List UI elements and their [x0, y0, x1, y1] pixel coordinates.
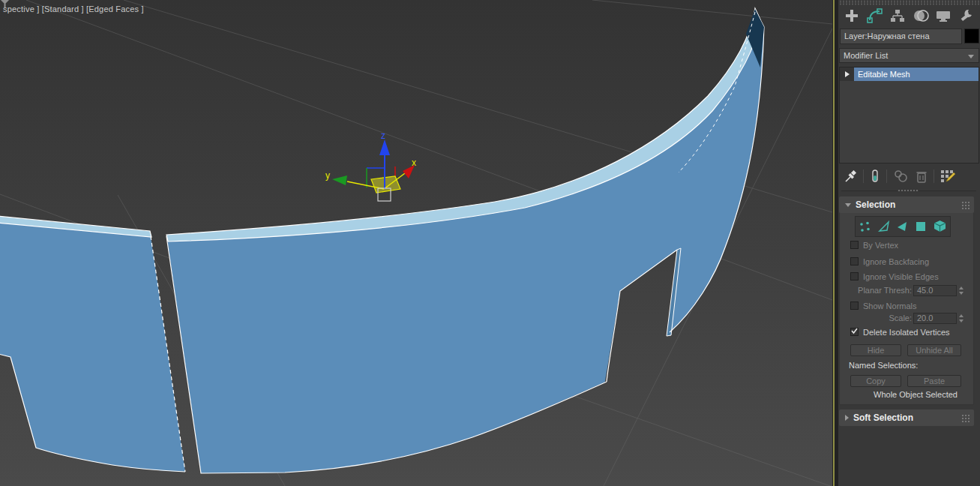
- scale-input[interactable]: 20.0: [913, 313, 957, 324]
- tab-display[interactable]: [934, 7, 953, 25]
- pin-stack-icon[interactable]: [844, 170, 857, 183]
- toolbar-divider: [934, 170, 934, 183]
- plus-icon: [844, 8, 859, 23]
- edge-mode-icon[interactable]: [877, 220, 891, 233]
- checkbox-label: Ignore Backfacing: [863, 257, 929, 266]
- modifier-stack[interactable]: Editable Mesh: [839, 67, 979, 164]
- checkbox-box[interactable]: [850, 302, 859, 310]
- active-viewport-border: [833, 0, 835, 486]
- rollout-grip-icon[interactable]: [961, 201, 970, 209]
- checkmark-icon: [850, 327, 859, 335]
- checkbox-ignore-backfacing[interactable]: Ignore Backfacing: [850, 256, 929, 266]
- perspective-viewport[interactable]: x y z spective ] [Standard ] [Edged Face…: [0, 0, 832, 486]
- named-selections-label: Named Selections:: [849, 361, 918, 370]
- hide-button[interactable]: Hide: [850, 344, 901, 356]
- modifier-list-label: Modifier List: [844, 51, 888, 60]
- element-mode-icon[interactable]: [933, 220, 947, 233]
- polygon-mode-icon[interactable]: [915, 220, 927, 232]
- checkbox-label: Delete Isolated Vertices: [863, 328, 950, 337]
- subobject-mode-bar: [855, 216, 951, 237]
- checkbox-label: Show Normals: [863, 302, 917, 310]
- spinner-label: Scale:: [850, 314, 912, 322]
- object-color-swatch[interactable]: [964, 28, 979, 44]
- vertex-mode-icon[interactable]: [859, 220, 871, 233]
- wrench-icon: [959, 8, 974, 23]
- rollout-grip-icon[interactable]: [961, 414, 970, 422]
- selection-rollout-header[interactable]: Selection: [839, 196, 974, 213]
- planar-thresh-input[interactable]: 45.0: [913, 285, 957, 296]
- tab-modify[interactable]: [865, 7, 885, 25]
- tab-hierarchy[interactable]: [888, 7, 907, 25]
- spinner-label: Planar Thresh:: [850, 286, 912, 295]
- stack-toolbar: [838, 166, 980, 186]
- checkbox-box[interactable]: [850, 241, 859, 249]
- checkbox-box[interactable]: [850, 257, 859, 266]
- separator-grip[interactable]: [898, 189, 919, 193]
- selection-status-text: Whole Object Selected: [839, 390, 974, 399]
- panel-drag-handle[interactable]: [838, 0, 980, 5]
- configure-modifier-sets-icon[interactable]: [940, 170, 955, 183]
- unhide-all-button[interactable]: Unhide All: [907, 344, 961, 356]
- tab-create[interactable]: [842, 7, 862, 25]
- stack-expand-button[interactable]: [840, 68, 854, 81]
- 3ds-max-window: x y z spective ] [Standard ] [Edged Face…: [0, 0, 980, 486]
- soft-selection-rollout-header[interactable]: Soft Selection: [839, 410, 974, 426]
- spinner-up-icon: [959, 314, 964, 317]
- copy-button[interactable]: Copy: [850, 375, 901, 387]
- modifier-list-dropdown[interactable]: Modifier List: [839, 48, 979, 63]
- checkbox-ignore-visible-edges[interactable]: Ignore Visible Edges: [850, 272, 939, 281]
- checkbox-box[interactable]: [850, 272, 859, 280]
- spinner-arrows[interactable]: [958, 286, 965, 296]
- command-panel: Layer:Наружная стена Modifier List Edita…: [838, 0, 980, 486]
- spinner-down-icon: [959, 320, 964, 322]
- make-unique-icon[interactable]: [893, 170, 910, 183]
- rollout-title: Soft Selection: [853, 412, 913, 423]
- checkbox-box[interactable]: [850, 328, 859, 336]
- face-mode-icon[interactable]: [896, 220, 909, 233]
- checkbox-show-normals[interactable]: Show Normals: [850, 301, 917, 310]
- viewport-panel-splitter[interactable]: [832, 0, 838, 486]
- per-view-filter-icon[interactable]: [0, 0, 10, 8]
- stack-item-label: Editable Mesh: [854, 68, 979, 81]
- z-axis-label: z: [381, 130, 385, 141]
- chevron-right-icon: [845, 71, 850, 77]
- show-end-result-icon[interactable]: [870, 170, 880, 183]
- y-axis-label: y: [325, 170, 330, 181]
- checkbox-label: By Vertex: [863, 241, 898, 250]
- motion-icon: [913, 8, 929, 23]
- remove-modifier-icon[interactable]: [916, 170, 928, 183]
- chevron-down-icon: [845, 203, 851, 207]
- spinner-arrows[interactable]: [958, 314, 965, 323]
- viewport-canvas[interactable]: x y z: [0, 0, 832, 486]
- spinner-down-icon: [959, 292, 964, 295]
- hierarchy-icon: [890, 8, 905, 23]
- toolbar-divider: [863, 170, 864, 183]
- spinner-up-icon: [959, 286, 964, 290]
- checkbox-delete-isolated-vertices[interactable]: Delete Isolated Vertices: [850, 327, 950, 337]
- paste-button[interactable]: Paste: [907, 375, 961, 387]
- chevron-right-icon: [845, 415, 849, 421]
- toolbar-divider: [886, 170, 887, 183]
- stack-item-editable-mesh[interactable]: Editable Mesh: [840, 68, 979, 81]
- checkbox-label: Ignore Visible Edges: [863, 272, 939, 281]
- checkbox-by-vertex[interactable]: By Vertex: [850, 240, 898, 250]
- chevron-down-icon: [968, 55, 974, 58]
- display-icon: [935, 8, 952, 23]
- viewport-label[interactable]: spective ] [Standard ] [Edged Faces ]: [3, 4, 144, 14]
- rollout-separator: [841, 190, 976, 191]
- command-panel-tabs: [838, 6, 980, 26]
- x-axis-label: x: [412, 158, 416, 168]
- modify-icon: [867, 8, 883, 23]
- tab-motion[interactable]: [911, 7, 931, 25]
- rollout-title: Selection: [856, 200, 895, 210]
- layer-name-field[interactable]: Layer:Наружная стена: [840, 28, 962, 44]
- tab-utilities[interactable]: [957, 7, 976, 25]
